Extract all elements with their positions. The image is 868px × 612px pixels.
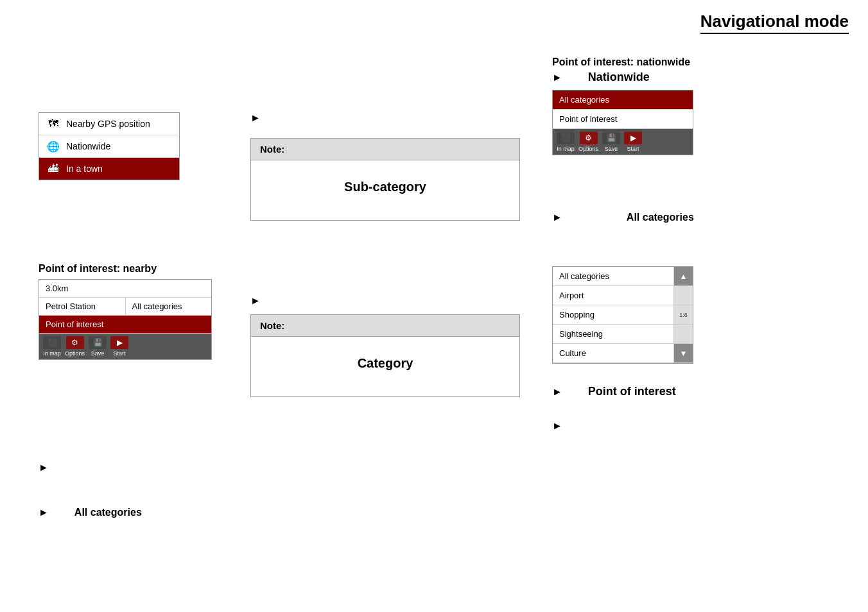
nationwide-options-btn[interactable]: ⚙ Options (578, 132, 598, 152)
bottom-arrow-2: ► All categories (39, 507, 142, 518)
nationwide-poi[interactable]: Point of interest (553, 110, 693, 129)
nationwide-inmap-icon: ⬛ (557, 132, 575, 144)
cat-culture-label: Culture (553, 344, 673, 362)
cat-sightseeing-label: Sightseeing (553, 325, 673, 343)
right-arrow-3-symbol: ► (552, 420, 562, 431)
menu-item-nearby-gps[interactable]: 🗺 Nearby GPS position (39, 113, 179, 135)
arrow-symbol-2: ► (39, 507, 49, 518)
menu-item-in-a-town-label: In a town (66, 164, 103, 174)
nearby-petrol-station[interactable]: Petrol Station (39, 298, 126, 315)
toolbar-btn-inmap[interactable]: ⬛ In map (43, 336, 61, 357)
toolbar-btn-save[interactable]: 💾 Save (89, 336, 107, 357)
right-arrow-poi: ► Point of interest (552, 385, 676, 398)
cat-row-allcat[interactable]: All categories ▲ (553, 267, 693, 286)
scroll-up-btn[interactable]: ▲ (673, 267, 693, 285)
page-title: Navigational mode (700, 12, 849, 34)
left-menu: 🗺 Nearby GPS position 🌐 Nationwide 🏙 In … (39, 112, 180, 180)
save-label: Save (91, 350, 105, 357)
in-a-town-icon: 🏙 (46, 163, 61, 174)
nationwide-save-icon: 💾 (602, 132, 620, 144)
nationwide-start-label: Start (627, 146, 639, 152)
cat-allcat-label: All categories (553, 267, 673, 285)
menu-item-nationwide[interactable]: 🌐 Nationwide (39, 135, 179, 158)
nationwide-arrow-label: Nationwide (588, 71, 650, 84)
nationwide-toolbar: ⬛ In map ⚙ Options 💾 Save ▶ Start (553, 129, 693, 155)
note-subcategory-header: Note: (251, 139, 519, 160)
note-category-header: Note: (251, 315, 519, 337)
nationwide-inmap-label: In map (557, 146, 575, 152)
nationwide-options-icon: ⚙ (580, 132, 598, 144)
scrollbar-value: 1:6 (673, 305, 693, 324)
nationwide-save-label: Save (605, 146, 618, 152)
cat-row-shopping[interactable]: Shopping 1:6 (553, 305, 693, 325)
note-category-body: Category (251, 337, 519, 396)
options-label: Options (65, 350, 85, 357)
nationwide-arrow-symbol: ► (552, 72, 562, 83)
menu-item-nationwide-label: Nationwide (66, 141, 110, 151)
scroll-down-btn[interactable]: ▼ (673, 344, 693, 362)
right-poi-label: Point of interest (588, 385, 676, 398)
nationwide-options-label: Options (578, 146, 598, 152)
nationwide-all-categories[interactable]: All categories (553, 90, 693, 110)
arrow-symbol-1: ► (39, 462, 49, 473)
scrollbar-track (673, 286, 693, 305)
cat-airport-label: Airport (553, 286, 673, 305)
center-arrow-symbol-2: ► (250, 295, 261, 306)
nationwide-start-icon: ▶ (624, 132, 642, 144)
right-poi-arrow-symbol: ► (552, 386, 562, 398)
toolbar-btn-options[interactable]: ⚙ Options (65, 336, 85, 357)
nearby-category-row: Petrol Station All categories (39, 298, 211, 316)
inmap-label: In map (43, 350, 61, 357)
toolbar-btn-start[interactable]: ▶ Start (110, 336, 128, 357)
nearby-panel: 3.0km Petrol Station All categories Poin… (39, 279, 212, 360)
save-icon: 💾 (89, 336, 107, 349)
nationwide-start-btn[interactable]: ▶ Start (624, 132, 642, 152)
nationwide-save-btn[interactable]: 💾 Save (602, 132, 620, 152)
nearby-all-categories[interactable]: All categories (126, 298, 212, 315)
bottom-allcat-label: All categories (74, 507, 142, 518)
nearby-gps-icon: 🗺 (46, 118, 61, 130)
center-arrow-1: ► (250, 112, 261, 124)
cat-row-airport[interactable]: Airport (553, 286, 693, 305)
right-allcat-label: All categories (627, 212, 694, 223)
note-subcategory-box: Note: Sub-category (250, 138, 520, 221)
start-icon: ▶ (110, 336, 128, 349)
right-allcat-arrow-symbol: ► (552, 212, 562, 223)
inmap-icon: ⬛ (43, 336, 61, 349)
nearby-toolbar: ⬛ In map ⚙ Options 💾 Save ▶ Start (39, 334, 211, 359)
poi-nearby-label: Point of interest: nearby (39, 263, 157, 275)
note-subcategory-body: Sub-category (251, 160, 519, 220)
options-icon: ⚙ (66, 336, 84, 349)
center-arrow-symbol-1: ► (250, 112, 261, 123)
nearby-poi-row[interactable]: Point of interest (39, 316, 211, 334)
nationwide-icon: 🌐 (46, 140, 61, 152)
right-arrow-nationwide: ► Nationwide (552, 71, 650, 84)
menu-item-in-a-town[interactable]: 🏙 In a town (39, 158, 179, 180)
nationwide-panel: All categories Point of interest ⬛ In ma… (552, 90, 693, 155)
right-arrow-3: ► (552, 420, 562, 432)
nationwide-title: Point of interest: nationwide (552, 56, 690, 68)
nationwide-inmap-btn[interactable]: ⬛ In map (557, 132, 575, 152)
bottom-arrow-1: ► (39, 462, 49, 473)
cat-row-culture[interactable]: Culture ▼ (553, 344, 693, 363)
menu-item-nearby-gps-label: Nearby GPS position (66, 119, 150, 129)
center-arrow-2: ► (250, 295, 261, 307)
start-label: Start (114, 350, 126, 357)
note-category-box: Note: Category (250, 314, 520, 397)
cat-shopping-label: Shopping (553, 305, 673, 324)
scrollbar-track-2 (673, 325, 693, 343)
nearby-distance: 3.0km (39, 280, 211, 298)
right-arrow-allcat: ► All categories (552, 212, 694, 223)
category-panel: All categories ▲ Airport Shopping 1:6 Si… (552, 266, 693, 364)
cat-row-sightseeing[interactable]: Sightseeing (553, 325, 693, 344)
